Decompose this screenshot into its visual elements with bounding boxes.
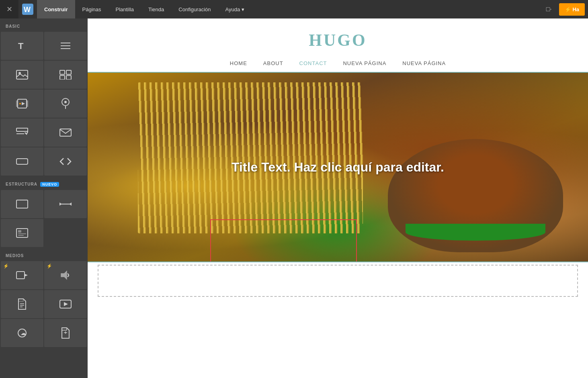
nav-contact[interactable]: CONTACT bbox=[299, 60, 327, 66]
sidebar-item-youtube[interactable] bbox=[44, 290, 87, 318]
close-icon: ✕ bbox=[6, 5, 12, 14]
nav-nueva2[interactable]: NUEVA PÁGINA bbox=[402, 60, 446, 66]
svg-rect-32 bbox=[16, 272, 25, 279]
svg-point-18 bbox=[64, 101, 67, 103]
svg-marker-16 bbox=[22, 102, 25, 105]
svg-text:T: T bbox=[18, 41, 24, 51]
sidebar-item-mail[interactable] bbox=[44, 119, 87, 147]
svg-marker-33 bbox=[25, 274, 28, 276]
nav-paginas[interactable]: Páginas bbox=[75, 0, 109, 18]
sidebar-item-audio[interactable]: ⚡ bbox=[44, 261, 87, 289]
section-medios-label: MEDIOS bbox=[0, 248, 88, 260]
fries-decoration bbox=[138, 82, 363, 233]
svg-rect-29 bbox=[18, 230, 21, 233]
nav-tienda[interactable]: Tienda bbox=[141, 0, 171, 18]
main-layout: BASIC T bbox=[0, 18, 588, 378]
empty-section[interactable] bbox=[98, 265, 578, 297]
svg-rect-22 bbox=[60, 129, 71, 136]
svg-rect-20 bbox=[16, 128, 28, 131]
svg-rect-6 bbox=[16, 70, 28, 79]
sidebar-item-text[interactable]: T bbox=[1, 32, 43, 60]
svg-text:W: W bbox=[24, 6, 31, 14]
sidebar-item-box[interactable] bbox=[1, 190, 43, 218]
svg-rect-31 bbox=[18, 235, 24, 236]
svg-rect-11 bbox=[66, 76, 71, 80]
section-estructura-label: ESTRUCTURA NUEVO bbox=[0, 176, 88, 189]
nav-right: □· ⚡ Ha bbox=[542, 3, 588, 16]
burger-decoration bbox=[388, 139, 563, 252]
sidebar-item-flash[interactable]: ☁ bbox=[1, 319, 43, 347]
hero-section[interactable]: Title Text. Haz clic aquí para editar. F… bbox=[88, 73, 588, 262]
basic-grid: T bbox=[0, 31, 88, 176]
svg-rect-28 bbox=[16, 229, 28, 237]
lightning-icon: ⚡ bbox=[3, 264, 9, 269]
svg-marker-27 bbox=[69, 202, 72, 206]
canvas: HUGO HOME ABOUT CONTACT NUEVA PÁGINA NUE… bbox=[88, 18, 588, 378]
screen-toggle[interactable]: □· bbox=[542, 6, 556, 13]
sidebar-item-code[interactable] bbox=[44, 147, 87, 176]
close-button[interactable]: ✕ bbox=[0, 0, 18, 18]
sidebar-item-image[interactable] bbox=[1, 61, 43, 89]
sidebar-item-slideshow[interactable] bbox=[1, 90, 43, 118]
lightning-icon: ⚡ bbox=[47, 264, 52, 269]
section-basic-label: BASIC bbox=[0, 18, 88, 31]
nav-about[interactable]: ABOUT bbox=[263, 60, 283, 66]
svg-rect-30 bbox=[18, 233, 26, 234]
sidebar: BASIC T bbox=[0, 18, 88, 378]
svg-marker-41 bbox=[64, 302, 68, 306]
sidebar-item-form[interactable] bbox=[1, 119, 43, 147]
svg-point-15 bbox=[19, 103, 21, 104]
sidebar-item-divider[interactable] bbox=[44, 190, 87, 218]
sidebar-item-file[interactable] bbox=[44, 319, 87, 347]
nav-configuracion[interactable]: Configuración bbox=[171, 0, 218, 18]
nav-plantilla[interactable]: Plantilla bbox=[108, 0, 141, 18]
svg-rect-24 bbox=[16, 200, 28, 208]
nav-nueva1[interactable]: NUEVA PÁGINA bbox=[343, 60, 386, 66]
svg-rect-14 bbox=[27, 100, 28, 107]
upgrade-button[interactable]: ⚡ Ha bbox=[559, 3, 585, 16]
sidebar-item-list[interactable] bbox=[44, 32, 87, 60]
svg-rect-9 bbox=[66, 70, 71, 74]
site-logo: HUGO bbox=[88, 31, 588, 50]
nav-ayuda[interactable]: Ayuda ▾ bbox=[218, 0, 252, 18]
svg-text:☁: ☁ bbox=[20, 330, 26, 336]
nav-items: Construir Páginas Plantilla Tienda Confi… bbox=[37, 0, 542, 18]
top-navigation: ✕ W Construir Páginas Plantilla Tienda C… bbox=[0, 0, 588, 18]
svg-rect-10 bbox=[60, 76, 65, 80]
svg-rect-13 bbox=[16, 100, 18, 107]
svg-rect-23 bbox=[16, 159, 28, 164]
sidebar-item-map[interactable] bbox=[44, 90, 87, 118]
page-wrapper: HUGO HOME ABOUT CONTACT NUEVA PÁGINA NUE… bbox=[88, 18, 588, 378]
estructura-grid bbox=[0, 189, 88, 248]
svg-marker-26 bbox=[59, 202, 62, 206]
site-nav: HOME ABOUT CONTACT NUEVA PÁGINA NUEVA PÁ… bbox=[88, 54, 588, 73]
sidebar-item-embed[interactable] bbox=[1, 219, 43, 247]
nuevo-badge: NUEVO bbox=[40, 182, 59, 187]
nav-construir[interactable]: Construir bbox=[37, 0, 75, 18]
svg-rect-8 bbox=[60, 70, 65, 74]
nav-home[interactable]: HOME bbox=[230, 60, 247, 66]
site-header: HUGO bbox=[88, 18, 588, 54]
logo-icon[interactable]: W bbox=[18, 0, 37, 18]
sidebar-item-video[interactable]: ⚡ bbox=[1, 261, 43, 289]
sidebar-item-doc[interactable] bbox=[1, 290, 43, 318]
svg-marker-34 bbox=[61, 271, 67, 279]
medios-grid: ⚡ ⚡ ☁ bbox=[0, 260, 88, 348]
sidebar-item-button[interactable] bbox=[1, 147, 43, 176]
sidebar-item-gallery[interactable] bbox=[44, 61, 87, 89]
hero-title[interactable]: Title Text. Haz clic aquí para editar. bbox=[232, 160, 444, 175]
